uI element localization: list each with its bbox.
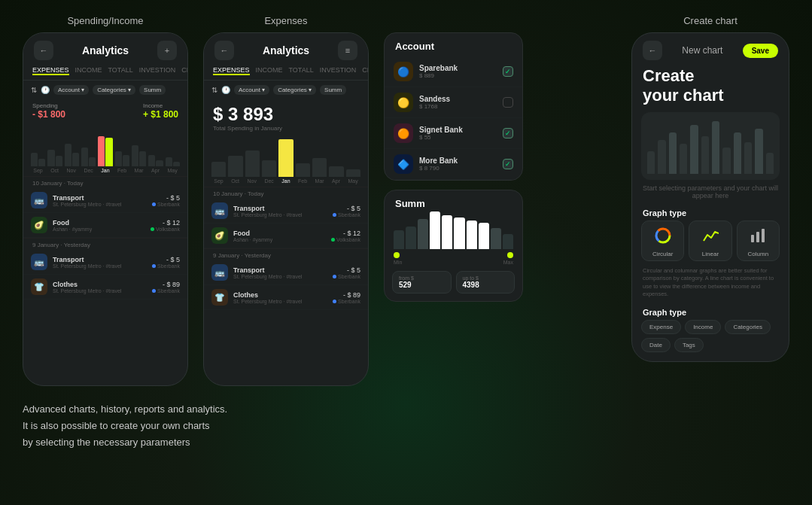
tx-val-clothes-2: - $ 89 — [333, 291, 360, 299]
account-check-sparebank[interactable]: ✓ — [503, 66, 513, 77]
tab-totall-2[interactable]: TOTALL — [289, 65, 314, 75]
tx-clothes-1: 👕 Clothes St. Petersburg Metro · #travel… — [23, 275, 187, 300]
month-oct-2: Oct — [231, 178, 239, 184]
linear-icon — [702, 227, 719, 248]
tx-icon-food-2: 🥑 — [211, 227, 228, 244]
tab-cr-2[interactable]: CR — [362, 65, 369, 75]
summ-to-input[interactable]: up to $ 4398 — [456, 271, 515, 294]
summ-inputs: from $ 529 up to $ 4398 — [385, 268, 522, 301]
menu-button-2[interactable]: ≡ — [338, 41, 357, 60]
tx-info-transport-2: Transport St. Petersburg Metro · #travel — [233, 205, 327, 218]
summ-chip-2[interactable]: Summ — [320, 85, 346, 95]
account-item-sandess[interactable]: 🟡 Sandess $ 1768 — [385, 87, 522, 118]
tx-name-transport-1b: Transport — [53, 256, 147, 263]
tx-sub-food-1: Ashan · #yammy — [53, 227, 145, 232]
month-dec-1: Dec — [84, 168, 93, 173]
account-chip-2[interactable]: Account ▾ — [234, 85, 269, 95]
tx-bank-food-1: Volksbank — [151, 227, 180, 232]
account-item-more[interactable]: 🔷 More Bank $ 8 790 ✓ — [385, 149, 522, 180]
bank-dot-2d — [333, 300, 336, 303]
tab-cr-1[interactable]: CR — [181, 65, 188, 75]
summ-from-input[interactable]: from $ 529 — [392, 271, 452, 294]
back-button-create[interactable]: ← — [643, 41, 662, 60]
circular-icon — [655, 227, 671, 248]
label-create-chart: Create chart — [631, 15, 789, 26]
tx-amount-transport-2: - $ 5 Sberbank — [333, 205, 360, 218]
account-chip-1[interactable]: Account ▾ — [53, 85, 89, 95]
tag-income[interactable]: Income — [685, 320, 721, 334]
tab-totall-1[interactable]: TOTALL — [108, 65, 133, 75]
account-icon-sandess: 🟡 — [394, 93, 413, 112]
tx-transport-2b: 🚌 Transport St. Petersburg Metro · #trav… — [204, 260, 368, 285]
tab-investion-2[interactable]: INVESTION — [320, 65, 357, 75]
summ-chip-1[interactable]: Summ — [139, 85, 166, 95]
tab-income-2[interactable]: INCOME — [256, 65, 283, 75]
add-button-1[interactable]: + — [157, 41, 177, 60]
tx-amount-clothes-2: - $ 89 Sberbank — [333, 291, 360, 304]
graph-type-linear[interactable]: Linear — [689, 221, 731, 261]
income-value: + $1 800 — [143, 109, 178, 120]
tab-bar-1: EXPENSES INCOME TOTALL INVESTION CR — [23, 65, 187, 81]
account-amount-more: $ 8 790 — [419, 165, 497, 172]
filter-icon-2: ⇅ — [211, 86, 217, 94]
account-name-sparebank: Sparebank — [419, 64, 497, 72]
tx-bank-transport-2: Sberbank — [333, 212, 360, 218]
account-amount-sparebank: $ 889 — [419, 72, 497, 79]
account-icon-sparebank: 🔵 — [394, 62, 413, 81]
tx-bank-transport-1b: Sberbank — [152, 263, 180, 269]
min-max-row: Min Max — [385, 260, 522, 268]
tab-expenses-2[interactable]: EXPENSES — [213, 65, 250, 75]
tx-name-clothes-2: Clothes — [233, 291, 327, 299]
create-chart-panel: ← New chart Save Createyour chart — [631, 32, 789, 362]
categories-chip-1[interactable]: Categories ▾ — [93, 85, 135, 95]
tx-name-transport-1: Transport — [53, 194, 147, 202]
save-button[interactable]: Save — [743, 44, 778, 58]
tx-val-transport-1b: - $ 5 — [152, 256, 180, 263]
label-expenses: Expenses — [203, 15, 369, 26]
tx-info-transport-1b: Transport St. Petersburg Metro · #travel — [53, 256, 147, 269]
tab-investion-1[interactable]: INVESTION — [139, 65, 176, 75]
tx-sub-food-2: Ashan · #yammy — [233, 237, 326, 242]
create-header: ← New chart Save — [632, 33, 789, 66]
tag-categories[interactable]: Categories — [725, 320, 771, 334]
summ-max-dot — [507, 252, 513, 258]
tag-expense[interactable]: Expense — [641, 320, 681, 334]
back-button-2[interactable]: ← — [214, 41, 234, 60]
graph-type-column[interactable]: Column — [737, 221, 780, 261]
account-check-sandess[interactable] — [503, 97, 513, 108]
phone-screen-1: ← Analytics + EXPENSES INCOME TOTALL INV… — [23, 33, 187, 300]
tab-expenses-1[interactable]: EXPENSES — [32, 65, 69, 75]
month-may-1: May — [167, 168, 177, 173]
categories-chip-2[interactable]: Categories ▾ — [273, 85, 316, 95]
tx-info-clothes-2: Clothes St. Petersburg Metro · #travel — [233, 291, 327, 304]
tx-icon-transport-1: 🚌 — [31, 192, 47, 208]
account-icon-more: 🔷 — [394, 154, 413, 174]
tx-name-food-2: Food — [233, 230, 326, 237]
account-check-more[interactable]: ✓ — [503, 159, 513, 169]
account-item-sparebank[interactable]: 🔵 Sparebank $ 889 ✓ — [385, 56, 522, 87]
account-icon-signet: 🟠 — [394, 123, 413, 143]
account-check-signet[interactable]: ✓ — [503, 128, 513, 138]
summ-to-val: 4398 — [463, 281, 509, 289]
tx-info-clothes-1: Clothes St. Petersburg Metro · #travel — [53, 281, 147, 294]
tag-tags[interactable]: Tags — [674, 338, 704, 352]
tx-bank-transport-2b: Sberbank — [333, 274, 360, 279]
tx-food-1: 🥑 Food Ashan · #yammy - $ 12 Volksbank — [23, 213, 187, 238]
tx-name-clothes-1: Clothes — [53, 281, 147, 288]
tx-info-food-1: Food Ashan · #yammy — [53, 219, 145, 232]
tag-date[interactable]: Date — [641, 338, 671, 352]
tab-income-1[interactable]: INCOME — [75, 65, 102, 75]
account-item-signet[interactable]: 🟠 Signet Bank $ 55 ✓ — [385, 118, 522, 149]
back-button-1[interactable]: ← — [34, 41, 53, 60]
month-feb-2: Feb — [298, 178, 307, 184]
big-amount-label: Total Spending in January — [213, 125, 359, 132]
preview-hint: Start selecting parameters and your char… — [632, 180, 789, 204]
graph-type-circular[interactable]: Circular — [641, 221, 684, 261]
date-sep-2a: 10 January · Today — [204, 187, 368, 199]
tx-icon-clothes-1: 👕 — [31, 278, 47, 295]
analytics-title-1: Analytics — [82, 44, 129, 56]
month-mar-1: Mar — [135, 168, 144, 173]
account-name-signet: Signet Bank — [419, 126, 497, 134]
tx-val-clothes-1: - $ 89 — [152, 281, 180, 288]
date-sep-1a: 10 January · Today — [23, 176, 187, 188]
